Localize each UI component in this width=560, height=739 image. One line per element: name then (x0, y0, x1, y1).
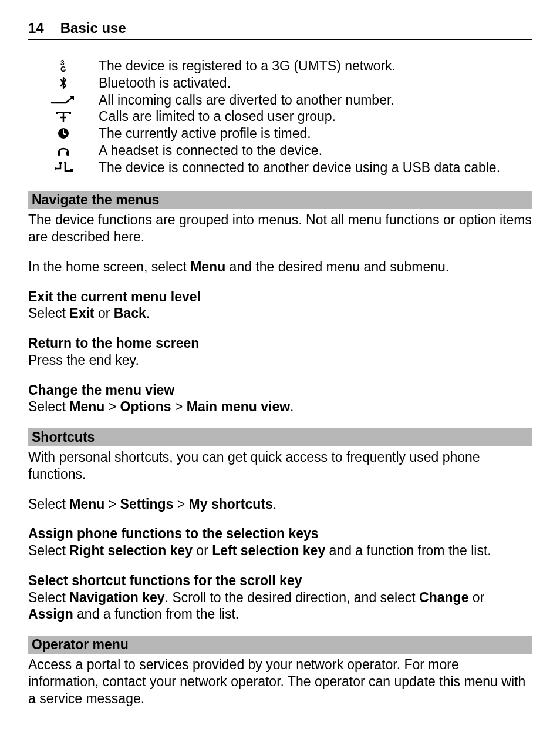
legend-text: The currently active profile is timed. (99, 125, 532, 142)
ui-term-assign: Assign (28, 606, 73, 622)
svg-rect-7 (59, 162, 62, 164)
bluetooth-icon (28, 75, 99, 91)
page-title: Basic use (60, 20, 126, 36)
ui-term-main-menu-view: Main menu view (187, 399, 290, 414)
call-divert-icon (28, 92, 99, 108)
ui-term-exit: Exit (69, 305, 94, 321)
sub-heading-return: Return to the home screen (28, 335, 532, 352)
paragraph: In the home screen, select Menu and the … (28, 258, 532, 276)
closed-user-group-icon (28, 109, 99, 125)
svg-rect-2 (56, 112, 58, 114)
legend-row-usb: The device is connected to another devic… (28, 159, 532, 176)
legend-row-3g: 3 G The device is registered to a 3G (UM… (28, 58, 532, 75)
section-heading-operator: Operator menu (28, 636, 532, 654)
paragraph: Select Menu > Settings > My shortcuts. (28, 496, 532, 513)
paragraph: Select Exit or Back. (28, 305, 532, 322)
ui-term-menu: Menu (69, 496, 104, 512)
ui-term-menu: Menu (69, 399, 104, 414)
paragraph: Select Menu > Options > Main menu view. (28, 398, 532, 415)
ui-term-settings: Settings (120, 496, 174, 512)
legend-text: The device is registered to a 3G (UMTS) … (99, 58, 532, 75)
legend-text: The device is connected to another devic… (99, 159, 532, 176)
svg-rect-8 (70, 169, 73, 172)
ui-term-navigation-key: Navigation key (69, 590, 164, 605)
section-heading-shortcuts: Shortcuts (28, 428, 532, 446)
paragraph: Access a portal to services provided by … (28, 656, 532, 707)
sub-heading-change: Change the menu view (28, 382, 532, 399)
legend-row-divert: All incoming calls are diverted to anoth… (28, 92, 532, 109)
sub-heading-assign: Assign phone functions to the selection … (28, 525, 532, 542)
manual-page: 14 Basic use 3 G The device is registere… (0, 0, 560, 739)
legend-text: Calls are limited to a closed user group… (99, 108, 532, 125)
legend-row-bluetooth: Bluetooth is activated. (28, 75, 532, 92)
legend-row-cug: Calls are limited to a closed user group… (28, 108, 532, 125)
legend-row-timed: The currently active profile is timed. (28, 125, 532, 142)
legend-text: Bluetooth is activated. (99, 75, 532, 92)
paragraph: Select Navigation key. Scroll to the des… (28, 589, 532, 623)
svg-rect-5 (58, 151, 60, 156)
legend-text: All incoming calls are diverted to anoth… (99, 92, 532, 109)
ui-term-right-selection-key: Right selection key (69, 543, 193, 558)
indicator-icon-legend: 3 G The device is registered to a 3G (UM… (28, 58, 532, 176)
three-g-icon: 3 G (28, 58, 99, 74)
ui-term-back: Back (114, 305, 146, 321)
usb-icon (28, 159, 99, 176)
paragraph: The device functions are grouped into me… (28, 211, 532, 246)
ui-term-menu: Menu (190, 259, 225, 274)
svg-rect-3 (69, 112, 71, 114)
legend-row-headset: A headset is connected to the device. (28, 142, 532, 159)
paragraph: With personal shortcuts, you can get qui… (28, 449, 532, 483)
sub-heading-exit: Exit the current menu level (28, 288, 532, 305)
timed-profile-icon (28, 125, 99, 142)
ui-term-my-shortcuts: My shortcuts (189, 496, 273, 512)
page-number: 14 (28, 20, 44, 36)
headset-icon (28, 142, 99, 159)
sub-heading-scroll: Select shortcut functions for the scroll… (28, 572, 532, 589)
svg-rect-6 (66, 151, 69, 156)
paragraph: Press the end key. (28, 352, 532, 369)
legend-text: A headset is connected to the device. (99, 142, 532, 159)
ui-term-left-selection-key: Left selection key (212, 543, 325, 558)
paragraph: Select Right selection key or Left selec… (28, 542, 532, 559)
section-heading-navigate: Navigate the menus (28, 191, 532, 209)
svg-text:G: G (60, 65, 66, 73)
ui-term-change: Change (419, 590, 468, 605)
page-header: 14 Basic use (28, 20, 532, 40)
ui-term-options: Options (120, 399, 171, 414)
